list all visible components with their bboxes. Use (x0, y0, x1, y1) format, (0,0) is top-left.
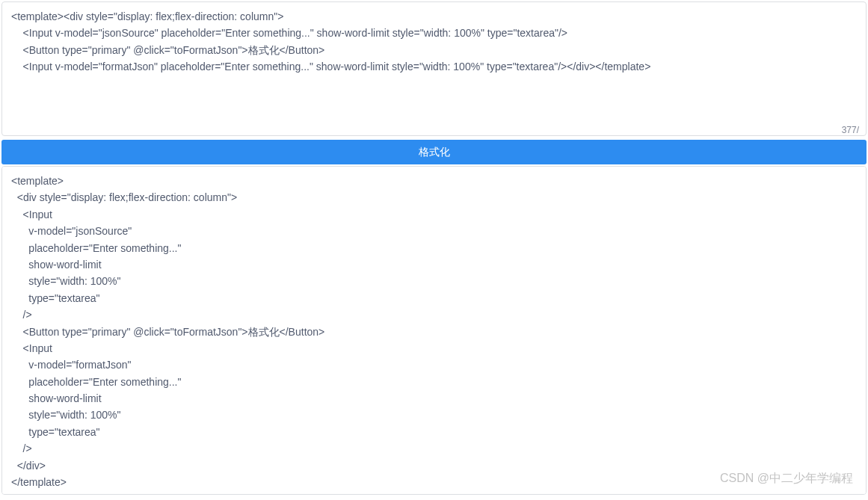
source-input-wrapper: 377/ (1, 1, 867, 138)
app-container: 377/ 格式化 (0, 0, 868, 500)
format-button[interactable]: 格式化 (1, 140, 867, 164)
format-output-wrapper (1, 166, 867, 497)
source-char-count: 377/ (842, 125, 859, 135)
json-source-textarea[interactable] (1, 1, 867, 136)
format-json-textarea[interactable] (1, 166, 867, 495)
